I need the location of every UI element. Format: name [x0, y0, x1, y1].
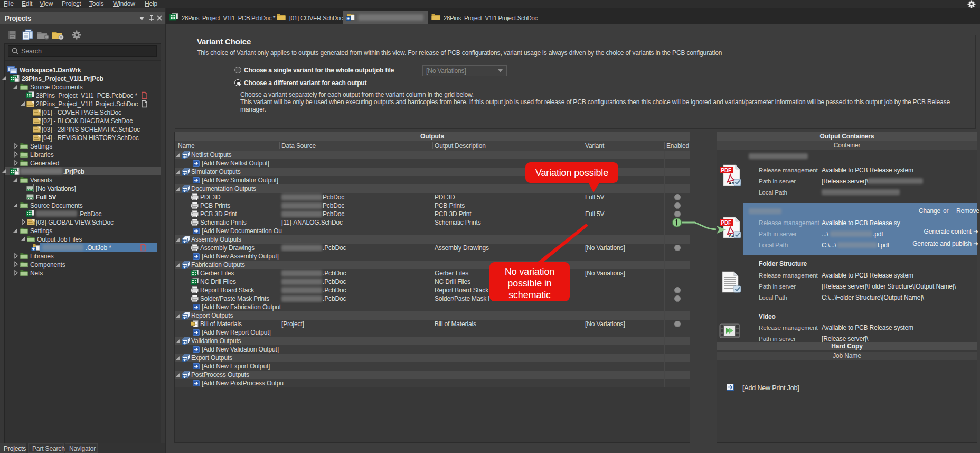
svg-text:possible in: possible in — [507, 278, 551, 289]
svg-text:PDF: PDF — [721, 168, 732, 173]
svg-text:Variation possible: Variation possible — [535, 168, 608, 178]
svg-text:No variation: No variation — [505, 266, 554, 277]
svg-text:schematic: schematic — [508, 290, 551, 300]
